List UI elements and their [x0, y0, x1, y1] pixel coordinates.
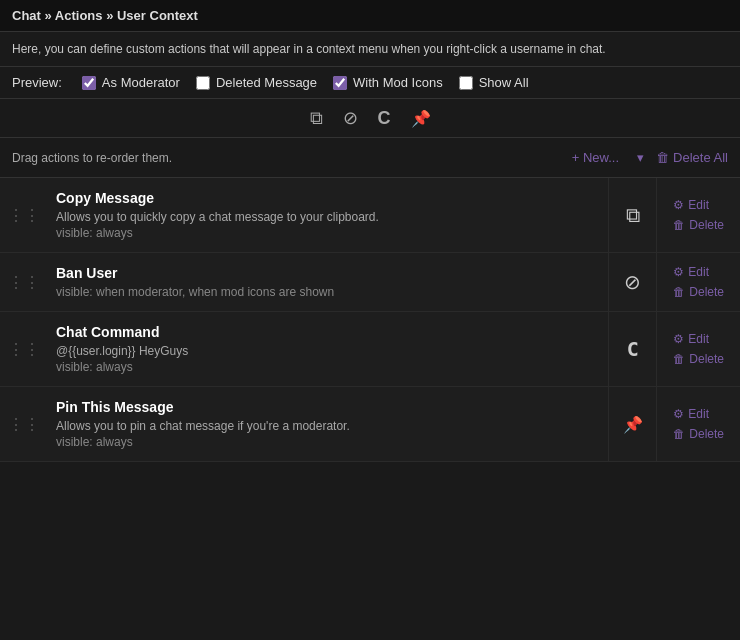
- action-row-ban-user: ⋮⋮ Ban User visible: when moderator, whe…: [0, 253, 740, 312]
- delete-ban-user-button[interactable]: 🗑 Delete: [673, 285, 724, 299]
- pin-icon: 📌: [623, 415, 643, 434]
- breadcrumb-bar: Chat » Actions » User Context: [0, 0, 740, 32]
- action-row-copy-message: ⋮⋮ Copy Message Allows you to quickly co…: [0, 178, 740, 253]
- cmd-icon: C: [627, 337, 639, 361]
- new-button-label: + New...: [572, 150, 619, 165]
- ban-preview-icon: ⊘: [343, 107, 358, 129]
- delete-all-label: Delete All: [673, 150, 728, 165]
- action-controls-ban-user: ⚙ Edit 🗑 Delete: [656, 253, 740, 311]
- delete-copy-message-button[interactable]: 🗑 Delete: [673, 218, 724, 232]
- checkbox-with-mod-icons[interactable]: With Mod Icons: [333, 75, 443, 90]
- new-button[interactable]: + New...: [566, 146, 625, 169]
- action-content-ban-user: Ban User visible: when moderator, when m…: [48, 253, 608, 311]
- with-mod-icons-label[interactable]: With Mod Icons: [353, 75, 443, 90]
- trash-icon: 🗑: [673, 218, 685, 232]
- action-controls-copy-message: ⚙ Edit 🗑 Delete: [656, 178, 740, 252]
- as-moderator-label[interactable]: As Moderator: [102, 75, 180, 90]
- checkbox-show-all[interactable]: Show All: [459, 75, 529, 90]
- show-all-label[interactable]: Show All: [479, 75, 529, 90]
- new-dropdown-button[interactable]: ▾: [633, 146, 648, 169]
- action-visible-ban-user: visible: when moderator, when mod icons …: [56, 285, 600, 299]
- delete-pin-message-button[interactable]: 🗑 Delete: [673, 427, 724, 441]
- preview-icons-bar: ⧉ ⊘ C 📌: [0, 99, 740, 138]
- action-title-pin-message: Pin This Message: [56, 399, 600, 415]
- trash-icon: 🗑: [673, 285, 685, 299]
- action-controls-chat-command: ⚙ Edit 🗑 Delete: [656, 312, 740, 386]
- action-row-chat-command: ⋮⋮ Chat Command @{{user.login}} HeyGuys …: [0, 312, 740, 387]
- trash-icon: 🗑: [656, 150, 669, 165]
- checkbox-deleted-message[interactable]: Deleted Message: [196, 75, 317, 90]
- delete-label: Delete: [689, 427, 724, 441]
- gear-icon: ⚙: [673, 407, 684, 421]
- action-visible-pin-message: visible: always: [56, 435, 600, 449]
- copy-preview-icon: ⧉: [310, 108, 323, 129]
- action-icon-chat-command: C: [608, 312, 656, 386]
- edit-label: Edit: [688, 332, 709, 346]
- delete-label: Delete: [689, 285, 724, 299]
- edit-label: Edit: [688, 407, 709, 421]
- breadcrumb: Chat » Actions » User Context: [12, 8, 198, 23]
- pin-preview-icon: 📌: [411, 109, 431, 128]
- action-title-ban-user: Ban User: [56, 265, 600, 281]
- edit-copy-message-button[interactable]: ⚙ Edit: [673, 198, 709, 212]
- action-icon-pin-message: 📌: [608, 387, 656, 461]
- toolbar-bar: Drag actions to re-order them. + New... …: [0, 138, 740, 178]
- action-subtitle-chat-command: @{{user.login}} HeyGuys: [56, 344, 600, 358]
- drag-handle-chat-command[interactable]: ⋮⋮: [0, 312, 48, 386]
- action-icon-copy-message: ⧉: [608, 178, 656, 252]
- action-controls-pin-message: ⚙ Edit 🗑 Delete: [656, 387, 740, 461]
- actions-list: ⋮⋮ Copy Message Allows you to quickly co…: [0, 178, 740, 462]
- edit-label: Edit: [688, 265, 709, 279]
- show-all-checkbox[interactable]: [459, 76, 473, 90]
- action-subtitle-copy-message: Allows you to quickly copy a chat messag…: [56, 210, 600, 224]
- delete-label: Delete: [689, 218, 724, 232]
- trash-icon: 🗑: [673, 427, 685, 441]
- as-moderator-checkbox[interactable]: [82, 76, 96, 90]
- edit-pin-message-button[interactable]: ⚙ Edit: [673, 407, 709, 421]
- gear-icon: ⚙: [673, 265, 684, 279]
- gear-icon: ⚙: [673, 332, 684, 346]
- drag-handle-ban-user[interactable]: ⋮⋮: [0, 253, 48, 311]
- edit-ban-user-button[interactable]: ⚙ Edit: [673, 265, 709, 279]
- deleted-message-label[interactable]: Deleted Message: [216, 75, 317, 90]
- delete-label: Delete: [689, 352, 724, 366]
- ban-icon: ⊘: [624, 270, 641, 294]
- gear-icon: ⚙: [673, 198, 684, 212]
- action-subtitle-pin-message: Allows you to pin a chat message if you'…: [56, 419, 600, 433]
- edit-label: Edit: [688, 198, 709, 212]
- preview-label: Preview:: [12, 75, 62, 90]
- action-visible-chat-command: visible: always: [56, 360, 600, 374]
- drag-hint: Drag actions to re-order them.: [12, 151, 172, 165]
- action-visible-copy-message: visible: always: [56, 226, 600, 240]
- deleted-message-checkbox[interactable]: [196, 76, 210, 90]
- action-icon-ban-user: ⊘: [608, 253, 656, 311]
- description-bar: Here, you can define custom actions that…: [0, 32, 740, 67]
- action-content-pin-message: Pin This Message Allows you to pin a cha…: [48, 387, 608, 461]
- drag-handle-copy-message[interactable]: ⋮⋮: [0, 178, 48, 252]
- action-content-copy-message: Copy Message Allows you to quickly copy …: [48, 178, 608, 252]
- action-content-chat-command: Chat Command @{{user.login}} HeyGuys vis…: [48, 312, 608, 386]
- drag-handle-pin-message[interactable]: ⋮⋮: [0, 387, 48, 461]
- cmd-preview-icon: C: [378, 108, 391, 129]
- action-title-chat-command: Chat Command: [56, 324, 600, 340]
- edit-chat-command-button[interactable]: ⚙ Edit: [673, 332, 709, 346]
- delete-chat-command-button[interactable]: 🗑 Delete: [673, 352, 724, 366]
- action-row-pin-message: ⋮⋮ Pin This Message Allows you to pin a …: [0, 387, 740, 462]
- delete-all-button[interactable]: 🗑 Delete All: [656, 150, 728, 165]
- with-mod-icons-checkbox[interactable]: [333, 76, 347, 90]
- copy-icon: ⧉: [626, 204, 640, 227]
- checkbox-as-moderator[interactable]: As Moderator: [82, 75, 180, 90]
- toolbar-right: + New... ▾ 🗑 Delete All: [566, 146, 728, 169]
- action-title-copy-message: Copy Message: [56, 190, 600, 206]
- trash-icon: 🗑: [673, 352, 685, 366]
- description-text: Here, you can define custom actions that…: [12, 42, 606, 56]
- preview-bar: Preview: As Moderator Deleted Message Wi…: [0, 67, 740, 99]
